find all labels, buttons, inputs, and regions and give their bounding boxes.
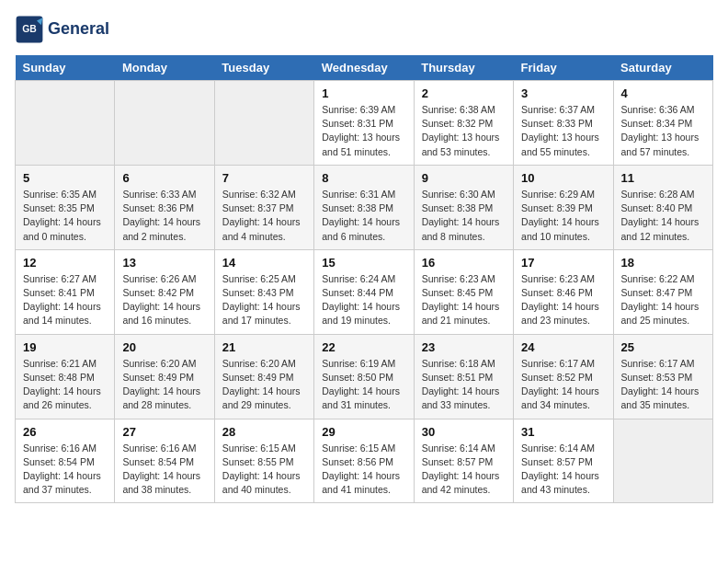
day-info: Sunrise: 6:17 AM Sunset: 8:53 PM Dayligh… <box>621 357 705 413</box>
calendar-week-1: 1Sunrise: 6:39 AM Sunset: 8:31 PM Daylig… <box>16 81 713 166</box>
day-info: Sunrise: 6:16 AM Sunset: 8:54 PM Dayligh… <box>122 442 206 498</box>
day-number: 5 <box>23 171 107 185</box>
day-info: Sunrise: 6:28 AM Sunset: 8:40 PM Dayligh… <box>621 188 705 244</box>
calendar-cell: 5Sunrise: 6:35 AM Sunset: 8:35 PM Daylig… <box>16 165 115 249</box>
day-number: 27 <box>122 425 206 439</box>
day-info: Sunrise: 6:26 AM Sunset: 8:42 PM Dayligh… <box>122 272 206 328</box>
day-number: 3 <box>521 86 605 100</box>
column-header-saturday: Saturday <box>613 55 712 81</box>
day-number: 13 <box>122 256 206 270</box>
day-number: 11 <box>621 171 705 185</box>
day-info: Sunrise: 6:20 AM Sunset: 8:49 PM Dayligh… <box>122 357 206 413</box>
calendar-cell: 24Sunrise: 6:17 AM Sunset: 8:52 PM Dayli… <box>514 334 613 419</box>
calendar-cell: 31Sunrise: 6:14 AM Sunset: 8:57 PM Dayli… <box>514 419 613 503</box>
logo: GB General <box>15 15 109 44</box>
svg-text:GB: GB <box>22 24 37 34</box>
day-number: 6 <box>122 171 206 185</box>
day-number: 29 <box>322 425 405 439</box>
calendar-cell: 23Sunrise: 6:18 AM Sunset: 8:51 PM Dayli… <box>414 334 513 419</box>
day-info: Sunrise: 6:29 AM Sunset: 8:39 PM Dayligh… <box>521 188 605 244</box>
calendar-cell: 11Sunrise: 6:28 AM Sunset: 8:40 PM Dayli… <box>613 165 712 249</box>
day-info: Sunrise: 6:16 AM Sunset: 8:54 PM Dayligh… <box>23 442 107 498</box>
calendar-cell: 15Sunrise: 6:24 AM Sunset: 8:44 PM Dayli… <box>314 249 414 334</box>
column-header-wednesday: Wednesday <box>314 55 414 81</box>
calendar-header-row: SundayMondayTuesdayWednesdayThursdayFrid… <box>16 55 713 81</box>
column-header-monday: Monday <box>115 55 214 81</box>
day-info: Sunrise: 6:30 AM Sunset: 8:38 PM Dayligh… <box>422 188 506 244</box>
day-number: 21 <box>222 340 306 354</box>
day-info: Sunrise: 6:38 AM Sunset: 8:32 PM Dayligh… <box>422 103 506 159</box>
day-number: 9 <box>422 171 506 185</box>
day-info: Sunrise: 6:23 AM Sunset: 8:46 PM Dayligh… <box>521 272 605 328</box>
calendar-cell: 28Sunrise: 6:15 AM Sunset: 8:55 PM Dayli… <box>214 419 313 503</box>
calendar-cell <box>16 81 115 166</box>
column-header-sunday: Sunday <box>16 55 115 81</box>
day-info: Sunrise: 6:15 AM Sunset: 8:55 PM Dayligh… <box>222 442 306 498</box>
day-number: 19 <box>23 340 107 354</box>
day-info: Sunrise: 6:33 AM Sunset: 8:36 PM Dayligh… <box>122 188 206 244</box>
day-info: Sunrise: 6:14 AM Sunset: 8:57 PM Dayligh… <box>422 442 506 498</box>
calendar-cell: 8Sunrise: 6:31 AM Sunset: 8:38 PM Daylig… <box>314 165 414 249</box>
column-header-thursday: Thursday <box>414 55 513 81</box>
day-info: Sunrise: 6:15 AM Sunset: 8:56 PM Dayligh… <box>322 442 405 498</box>
calendar-cell: 26Sunrise: 6:16 AM Sunset: 8:54 PM Dayli… <box>16 419 115 503</box>
calendar-table: SundayMondayTuesdayWednesdayThursdayFrid… <box>15 55 713 503</box>
calendar-cell: 18Sunrise: 6:22 AM Sunset: 8:47 PM Dayli… <box>613 249 712 334</box>
day-info: Sunrise: 6:27 AM Sunset: 8:41 PM Dayligh… <box>23 272 107 328</box>
day-number: 23 <box>422 340 506 354</box>
calendar-cell: 13Sunrise: 6:26 AM Sunset: 8:42 PM Dayli… <box>115 249 214 334</box>
page-header: GB General <box>15 15 713 44</box>
day-number: 25 <box>621 340 705 354</box>
day-info: Sunrise: 6:23 AM Sunset: 8:45 PM Dayligh… <box>422 272 506 328</box>
day-info: Sunrise: 6:35 AM Sunset: 8:35 PM Dayligh… <box>23 188 107 244</box>
calendar-cell: 6Sunrise: 6:33 AM Sunset: 8:36 PM Daylig… <box>115 165 214 249</box>
calendar-cell: 29Sunrise: 6:15 AM Sunset: 8:56 PM Dayli… <box>314 419 414 503</box>
day-info: Sunrise: 6:14 AM Sunset: 8:57 PM Dayligh… <box>521 442 605 498</box>
day-info: Sunrise: 6:19 AM Sunset: 8:50 PM Dayligh… <box>322 357 405 413</box>
calendar-cell <box>214 81 313 166</box>
calendar-cell <box>613 419 712 503</box>
day-info: Sunrise: 6:24 AM Sunset: 8:44 PM Dayligh… <box>322 272 405 328</box>
day-info: Sunrise: 6:21 AM Sunset: 8:48 PM Dayligh… <box>23 357 107 413</box>
calendar-week-4: 19Sunrise: 6:21 AM Sunset: 8:48 PM Dayli… <box>16 334 713 419</box>
calendar-cell: 19Sunrise: 6:21 AM Sunset: 8:48 PM Dayli… <box>16 334 115 419</box>
day-info: Sunrise: 6:25 AM Sunset: 8:43 PM Dayligh… <box>222 272 306 328</box>
day-number: 14 <box>222 256 306 270</box>
day-number: 15 <box>322 256 405 270</box>
calendar-cell: 7Sunrise: 6:32 AM Sunset: 8:37 PM Daylig… <box>214 165 313 249</box>
day-number: 7 <box>222 171 306 185</box>
calendar-cell: 3Sunrise: 6:37 AM Sunset: 8:33 PM Daylig… <box>514 81 613 166</box>
calendar-cell: 16Sunrise: 6:23 AM Sunset: 8:45 PM Dayli… <box>414 249 513 334</box>
calendar-cell: 27Sunrise: 6:16 AM Sunset: 8:54 PM Dayli… <box>115 419 214 503</box>
day-info: Sunrise: 6:39 AM Sunset: 8:31 PM Dayligh… <box>322 103 405 159</box>
calendar-cell: 1Sunrise: 6:39 AM Sunset: 8:31 PM Daylig… <box>314 81 414 166</box>
day-number: 16 <box>422 256 506 270</box>
calendar-week-3: 12Sunrise: 6:27 AM Sunset: 8:41 PM Dayli… <box>16 249 713 334</box>
day-number: 8 <box>322 171 405 185</box>
day-number: 4 <box>621 86 705 100</box>
day-info: Sunrise: 6:36 AM Sunset: 8:34 PM Dayligh… <box>621 103 705 159</box>
calendar-cell: 25Sunrise: 6:17 AM Sunset: 8:53 PM Dayli… <box>613 334 712 419</box>
day-number: 20 <box>122 340 206 354</box>
calendar-cell: 10Sunrise: 6:29 AM Sunset: 8:39 PM Dayli… <box>514 165 613 249</box>
day-info: Sunrise: 6:20 AM Sunset: 8:49 PM Dayligh… <box>222 357 306 413</box>
day-number: 26 <box>23 425 107 439</box>
day-number: 31 <box>521 425 605 439</box>
calendar-week-2: 5Sunrise: 6:35 AM Sunset: 8:35 PM Daylig… <box>16 165 713 249</box>
calendar-cell: 17Sunrise: 6:23 AM Sunset: 8:46 PM Dayli… <box>514 249 613 334</box>
calendar-cell: 4Sunrise: 6:36 AM Sunset: 8:34 PM Daylig… <box>613 81 712 166</box>
logo-text: General <box>48 20 109 39</box>
day-number: 22 <box>322 340 405 354</box>
column-header-tuesday: Tuesday <box>214 55 313 81</box>
calendar-cell: 2Sunrise: 6:38 AM Sunset: 8:32 PM Daylig… <box>414 81 513 166</box>
day-info: Sunrise: 6:22 AM Sunset: 8:47 PM Dayligh… <box>621 272 705 328</box>
calendar-cell: 14Sunrise: 6:25 AM Sunset: 8:43 PM Dayli… <box>214 249 313 334</box>
column-header-friday: Friday <box>514 55 613 81</box>
day-number: 17 <box>521 256 605 270</box>
day-number: 18 <box>621 256 705 270</box>
calendar-cell: 22Sunrise: 6:19 AM Sunset: 8:50 PM Dayli… <box>314 334 414 419</box>
day-number: 30 <box>422 425 506 439</box>
day-info: Sunrise: 6:37 AM Sunset: 8:33 PM Dayligh… <box>521 103 605 159</box>
day-info: Sunrise: 6:17 AM Sunset: 8:52 PM Dayligh… <box>521 357 605 413</box>
calendar-cell <box>115 81 214 166</box>
